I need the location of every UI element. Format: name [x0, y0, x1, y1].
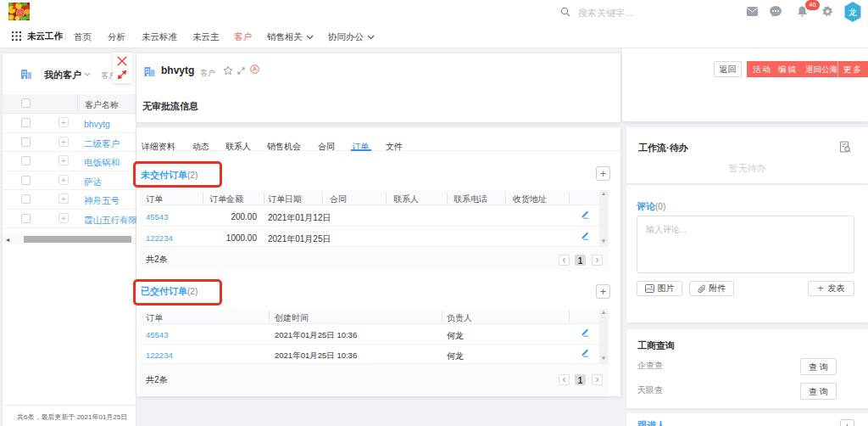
svg-text:龙: 龙: [849, 8, 857, 17]
